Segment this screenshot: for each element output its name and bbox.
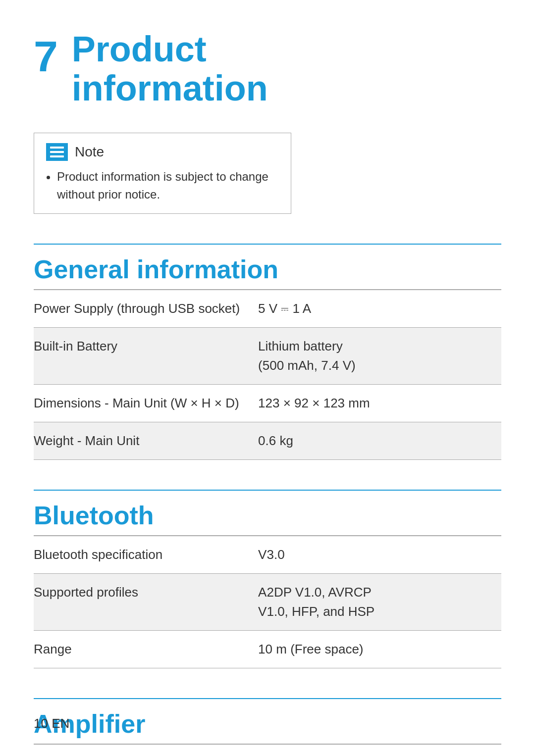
table-row: Power Supply (through USB socket)5 V ⎓ 1… [34, 290, 501, 328]
table-cell-value: 5 W RMS [258, 745, 501, 756]
table-cell-label: Dimensions - Main Unit (W × H × D) [34, 385, 258, 422]
footer-text: 10 EN [34, 716, 69, 731]
bluetooth-table: Bluetooth specificationV3.0Supported pro… [34, 536, 501, 668]
general-info-table: Power Supply (through USB socket)5 V ⎓ 1… [34, 290, 501, 460]
chapter-number: 7 [34, 30, 58, 78]
chapter-title-line2: information [72, 69, 268, 108]
note-icon-line-2 [50, 151, 64, 153]
amplifier-title-bar [34, 698, 501, 699]
note-icon-line-3 [50, 155, 64, 157]
chapter-title: Product information [72, 30, 268, 108]
table-cell-value: 5 V ⎓ 1 A [258, 290, 501, 328]
bluetooth-section: Bluetooth Bluetooth specificationV3.0Sup… [34, 490, 501, 668]
table-row: Range10 m (Free space) [34, 631, 501, 668]
page-title-section: 7 Product information [34, 30, 501, 108]
amplifier-section: Amplifier Rated Output Power5 W RMSSigna… [34, 698, 501, 756]
note-label: Note [75, 144, 104, 160]
table-cell-value: V3.0 [258, 536, 501, 574]
table-cell-label: Built-in Battery [34, 328, 258, 385]
amplifier-title: Amplifier [34, 703, 501, 744]
table-cell-value: 10 m (Free space) [258, 631, 501, 668]
note-content: Product information is subject to change… [46, 168, 279, 203]
table-cell-value: 0.6 kg [258, 422, 501, 460]
table-row: Bluetooth specificationV3.0 [34, 536, 501, 574]
note-icon [46, 143, 68, 161]
bluetooth-title-bar [34, 490, 501, 491]
note-icon-line-1 [50, 147, 64, 149]
table-cell-label: Range [34, 631, 258, 668]
general-info-title-bar [34, 244, 501, 245]
general-info-title: General information [34, 249, 501, 290]
table-row: Weight - Main Unit0.6 kg [34, 422, 501, 460]
table-row: Dimensions - Main Unit (W × H × D)123 × … [34, 385, 501, 422]
table-cell-label: Supported profiles [34, 574, 258, 631]
note-text: Product information is subject to change… [57, 168, 279, 203]
footer: 10 EN [34, 716, 69, 731]
note-box: Note Product information is subject to c… [34, 133, 291, 214]
amplifier-table: Rated Output Power5 W RMSSignal to Noise… [34, 744, 501, 756]
table-cell-label: Bluetooth specification [34, 536, 258, 574]
table-cell-label: Power Supply (through USB socket) [34, 290, 258, 328]
bluetooth-title: Bluetooth [34, 495, 501, 536]
table-row: Built-in BatteryLithium battery(500 mAh,… [34, 328, 501, 385]
chapter-title-line1: Product [72, 30, 268, 69]
note-header: Note [46, 143, 279, 161]
general-information-section: General information Power Supply (throug… [34, 244, 501, 460]
table-row: Rated Output Power5 W RMS [34, 745, 501, 756]
table-cell-value: Lithium battery(500 mAh, 7.4 V) [258, 328, 501, 385]
table-row: Supported profilesA2DP V1.0, AVRCPV1.0, … [34, 574, 501, 631]
table-cell-value: 123 × 92 × 123 mm [258, 385, 501, 422]
table-cell-label: Rated Output Power [34, 745, 258, 756]
table-cell-value: A2DP V1.0, AVRCPV1.0, HFP, and HSP [258, 574, 501, 631]
table-cell-label: Weight - Main Unit [34, 422, 258, 460]
